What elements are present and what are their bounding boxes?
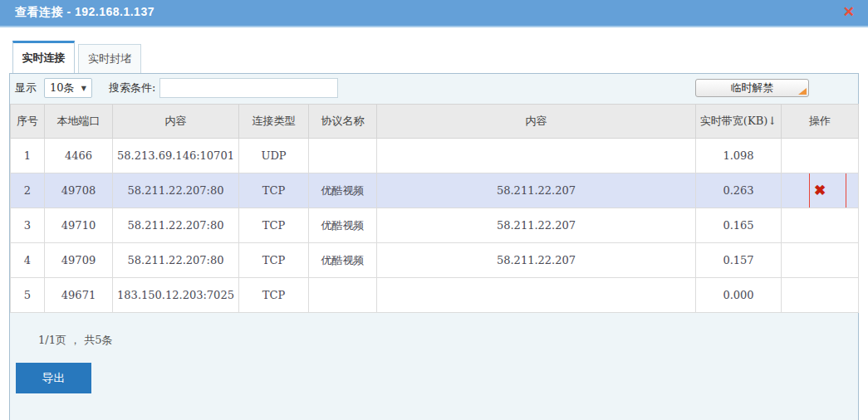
export-button[interactable]: 导出 <box>16 363 91 393</box>
cell-conn-type: TCP <box>239 243 309 278</box>
connections-table: 序号 本地端口 内容 连接类型 协议名称 内容 实时带宽(KB)↓ 操作 1 4… <box>10 104 859 313</box>
col-header-local-port: 本地端口 <box>45 105 113 139</box>
cell-content2: 58.211.22.207 <box>377 208 696 243</box>
dialog-title: 查看连接 - 192.168.1.137 <box>15 5 154 20</box>
cell-bandwidth: 0.165 <box>696 208 782 243</box>
tab-label: 实时连接 <box>22 51 66 66</box>
cell-protocol: 优酷视频 <box>309 173 377 208</box>
close-icon[interactable]: ✕ <box>843 5 855 19</box>
cell-conn-type: TCP <box>239 278 309 313</box>
cell-local-port: 49708 <box>45 173 113 208</box>
disconnect-button[interactable]: ✖ <box>814 182 826 198</box>
page-size-value: 10条 <box>50 81 75 95</box>
cell-local-port: 49710 <box>45 208 113 243</box>
cell-content2 <box>377 139 696 173</box>
pager-text: 1/1页 ， 共5条 <box>38 333 858 348</box>
corner-fold-icon <box>798 88 807 95</box>
tab-label: 实时封堵 <box>88 51 131 66</box>
cell-protocol <box>309 139 377 173</box>
tab-bar: 实时连接 实时封堵 <box>12 41 141 73</box>
cell-content: 58.213.69.146:10701 <box>113 139 239 173</box>
cell-content: 58.211.22.207:80 <box>113 208 239 243</box>
col-header-protocol: 协议名称 <box>309 105 377 139</box>
cell-local-port: 49671 <box>45 278 113 313</box>
cell-content: 58.211.22.207:80 <box>113 173 239 208</box>
cell-operation <box>782 278 859 313</box>
cell-local-port: 49709 <box>45 243 113 278</box>
dialog-titlebar: 查看连接 - 192.168.1.137 ✕ <box>0 0 868 27</box>
tab-realtime-connections[interactable]: 实时连接 <box>12 41 75 73</box>
table-row[interactable]: 1 4466 58.213.69.146:10701 UDP 1.098 <box>11 139 859 173</box>
cell-content2: 58.211.22.207 <box>377 243 696 278</box>
table-row-selected[interactable]: 2 49708 58.211.22.207:80 TCP 优酷视频 58.211… <box>11 173 859 208</box>
cell-bandwidth: 0.000 <box>696 278 782 313</box>
temporary-unblock-button[interactable]: 临时解禁 <box>695 79 809 97</box>
tab-realtime-blocking[interactable]: 实时封堵 <box>78 44 141 73</box>
cell-no: 3 <box>11 208 45 243</box>
cell-operation <box>782 208 859 243</box>
cell-operation <box>782 139 859 173</box>
cell-bandwidth: 0.263 <box>696 173 782 208</box>
table-row[interactable]: 4 49709 58.211.22.207:80 TCP 优酷视频 58.211… <box>11 243 859 278</box>
col-header-no: 序号 <box>11 105 45 139</box>
cell-content: 183.150.12.203:7025 <box>113 278 239 313</box>
cell-bandwidth: 0.157 <box>696 243 782 278</box>
col-header-operation: 操作 <box>782 105 859 139</box>
table-row[interactable]: 3 49710 58.211.22.207:80 TCP 优酷视频 58.211… <box>11 208 859 243</box>
cell-operation <box>782 243 859 278</box>
temporary-unblock-label: 临时解禁 <box>731 81 774 94</box>
cell-no: 2 <box>11 173 45 208</box>
cell-no: 1 <box>11 139 45 173</box>
col-header-content: 内容 <box>113 105 239 139</box>
search-label: 搜索条件: <box>109 81 155 95</box>
cell-conn-type: TCP <box>239 173 309 208</box>
cell-operation: ✖ <box>782 173 859 208</box>
toolbar: 显示 10条 ▼ 搜索条件: 临时解禁 <box>10 77 858 99</box>
col-header-bandwidth[interactable]: 实时带宽(KB)↓ <box>696 105 782 139</box>
cell-protocol: 优酷视频 <box>309 243 377 278</box>
col-header-content2: 内容 <box>377 105 696 139</box>
cell-content2: 58.211.22.207 <box>377 173 696 208</box>
search-input[interactable] <box>159 78 338 98</box>
cell-conn-type: UDP <box>239 139 309 173</box>
cell-local-port: 4466 <box>45 139 113 173</box>
cell-no: 5 <box>11 278 45 313</box>
cell-no: 4 <box>11 243 45 278</box>
cell-protocol: 优酷视频 <box>309 208 377 243</box>
col-header-conn-type: 连接类型 <box>239 105 309 139</box>
table-row[interactable]: 5 49671 183.150.12.203:7025 TCP 0.000 <box>11 278 859 313</box>
cell-conn-type: TCP <box>239 208 309 243</box>
table-header-row: 序号 本地端口 内容 连接类型 协议名称 内容 实时带宽(KB)↓ 操作 <box>11 105 859 139</box>
cell-content: 58.211.22.207:80 <box>113 243 239 278</box>
cell-protocol <box>309 278 377 313</box>
cell-bandwidth: 1.098 <box>696 139 782 173</box>
show-label: 显示 <box>15 81 37 95</box>
page-size-select[interactable]: 10条 ▼ <box>44 78 92 98</box>
cell-content2 <box>377 278 696 313</box>
connections-panel: 显示 10条 ▼ 搜索条件: 临时解禁 序号 本地端口 内容 连接类型 协议名称… <box>9 73 859 420</box>
chevron-down-icon: ▼ <box>81 85 86 92</box>
